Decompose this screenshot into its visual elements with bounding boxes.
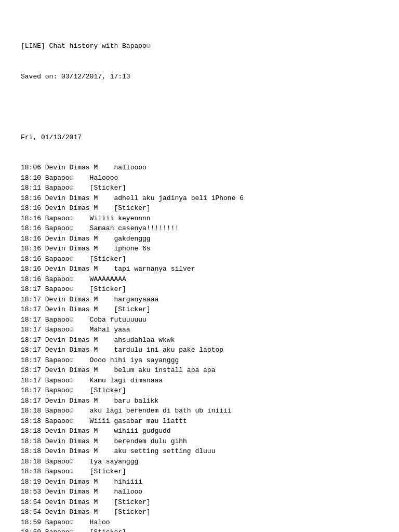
message-line: 18:18 Devin Dimas M berendem dulu gihh [21,436,378,447]
message-line: 18:18 Bapaoo☺ Wiiii gasabar mau liattt [21,416,378,427]
message-line: 18:18 Bapaoo☺ aku lagi berendem di bath … [21,406,378,416]
message-line: 18:19 Devin Dimas M hihiiii [21,477,378,487]
message-line: 18:17 Devin Dimas M ahsudahlaa wkwk [21,335,378,345]
chat-history: [LINE] Chat history with Bapaoo☺ Saved o… [21,21,378,532]
message-line: 18:16 Bapaoo☺ Samaan casenya!!!!!!!! [21,223,378,234]
message-line: 18:54 Devin Dimas M [Sticker] [21,507,378,517]
messages-list: 18:06 Devin Dimas M halloooo18:10 Bapaoo… [21,163,378,532]
message-line: 18:17 Bapaoo☺ Coba futuuuuuu [21,315,378,325]
message-line: 18:16 Bapaoo☺ Wiiiii keyennnn [21,214,378,224]
message-line: 18:16 Bapaoo☺ WAAAAAAAA [21,274,378,285]
message-line: 18:16 Devin Dimas M iphone 6s [21,244,378,254]
message-line: 18:16 Devin Dimas M adhell aku jadinya b… [21,193,378,204]
message-line: 18:59 Bapaoo☺ Haloo [21,517,378,528]
message-line: 18:18 Devin Dimas M wihiii gudgudd [21,426,378,436]
spacer [21,102,378,112]
message-line: 18:10 Bapaoo☺ Haloooo [21,173,378,183]
date-header: Fri, 01/13/2017 [21,132,378,143]
message-line: 18:17 Devin Dimas M baru balikk [21,396,378,406]
message-line: 18:17 Bapaoo☺ Oooo hihi iya sayanggg [21,355,378,366]
message-line: 18:18 Devin Dimas M aku setting setting … [21,446,378,457]
message-line: 18:54 Devin Dimas M [Sticker] [21,497,378,508]
message-line: 18:17 Devin Dimas M belum aku install ap… [21,365,378,376]
message-line: 18:16 Devin Dimas M tapi warnanya silver [21,264,378,274]
message-line: 18:17 Devin Dimas M [Sticker] [21,304,378,315]
header-line2: Saved on: 03/12/2017, 17:13 [21,72,378,82]
message-line: 18:17 Bapaoo☺ Kamu lagi dimanaaa [21,376,378,386]
message-line: 18:16 Devin Dimas M gakdenggg [21,234,378,244]
header-line1: [LINE] Chat history with Bapaoo☺ [21,41,378,51]
message-line: 18:17 Bapaoo☺ Mahal yaaa [21,325,378,335]
message-line: 18:17 Bapaoo☺ [Sticker] [21,284,378,295]
message-line: 18:11 Bapaoo☺ [Sticker] [21,183,378,193]
message-line: 18:18 Bapaoo☺ Iya sayanggg [21,457,378,467]
message-line: 18:16 Bapaoo☺ [Sticker] [21,254,378,264]
message-line: 18:18 Bapaoo☺ [Sticker] [21,467,378,477]
message-line: 18:17 Bapaoo☺ [Sticker] [21,385,378,396]
message-line: 18:16 Devin Dimas M [Sticker] [21,203,378,214]
message-line: 18:06 Devin Dimas M halloooo [21,163,378,173]
message-line: 18:17 Devin Dimas M harganyaaaa [21,295,378,305]
message-line: 18:53 Devin Dimas M hallooo [21,487,378,497]
message-line: 18:59 Bapaoo☺ [Sticker] [21,527,378,532]
message-line: 18:17 Devin Dimas M tardulu ini aku pake… [21,345,378,355]
